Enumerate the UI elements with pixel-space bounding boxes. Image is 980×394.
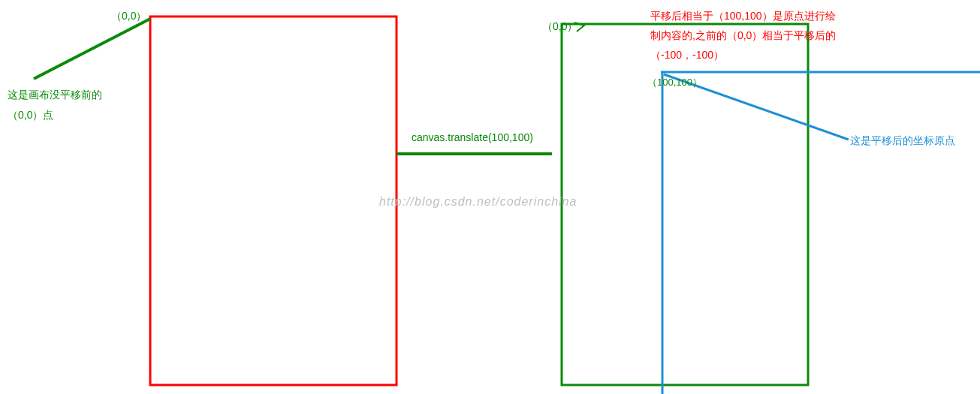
red-note-line2: 制内容的,之前的（0,0）相当于平移后的 — [650, 27, 836, 44]
after-translate-label: 这是平移后的坐标原点 — [850, 132, 955, 149]
watermark-text: http://blog.csdn.net/coderinchina — [379, 192, 577, 212]
right-origin-label: （0,0） — [542, 18, 577, 35]
shifted-point-label: （100,100） — [647, 75, 702, 91]
left-origin-label: （0,0） — [111, 8, 146, 24]
left-origin-pointer-line — [34, 19, 150, 79]
red-note-line3: （-100，-100） — [650, 47, 724, 63]
translate-code-label: canvas.translate(100,100) — [412, 129, 533, 146]
before-translate-note-line1: 这是画布没平移前的 — [8, 86, 102, 103]
left-rectangle — [150, 17, 397, 385]
before-translate-note-line2: （0,0）点 — [8, 107, 53, 123]
red-note-line1: 平移后相当于（100,100）是原点进行绘 — [650, 8, 836, 24]
